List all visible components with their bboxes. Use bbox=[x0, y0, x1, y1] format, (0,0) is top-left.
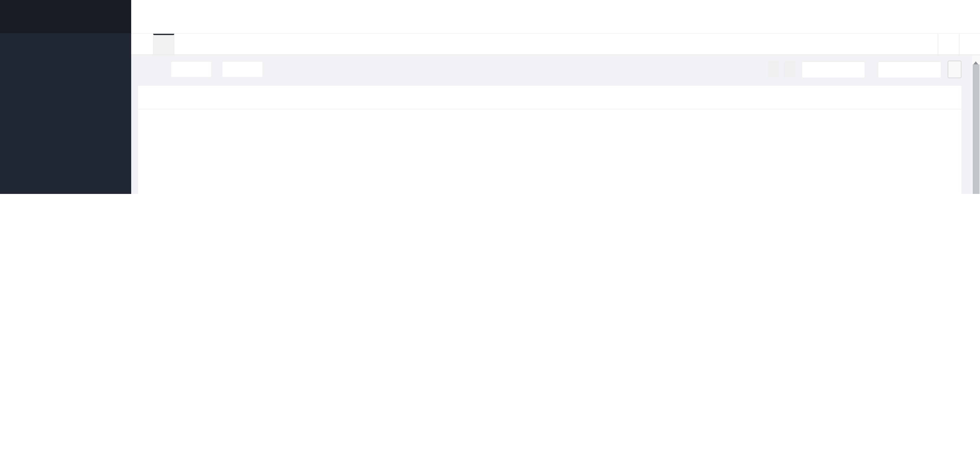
tabs-scroll-left-button[interactable] bbox=[131, 34, 153, 54]
month-stat-button[interactable] bbox=[784, 61, 795, 77]
tabs-menu-button[interactable] bbox=[959, 34, 980, 54]
main-area bbox=[131, 0, 980, 194]
filter-row bbox=[138, 60, 961, 79]
filter-right bbox=[763, 61, 961, 78]
content bbox=[131, 55, 980, 194]
chart-title bbox=[138, 86, 961, 109]
trend-chart-panel bbox=[138, 86, 961, 194]
trend-chart bbox=[138, 109, 961, 194]
range-to-input[interactable] bbox=[878, 61, 942, 78]
week-stat-button[interactable] bbox=[768, 61, 779, 77]
date-from-input[interactable] bbox=[170, 61, 212, 77]
sidebar bbox=[0, 0, 131, 194]
app-logo bbox=[0, 0, 131, 33]
app-window bbox=[0, 0, 980, 194]
tab-home[interactable] bbox=[153, 34, 174, 54]
tabbar-right bbox=[937, 34, 980, 54]
scrollbar-thumb[interactable] bbox=[973, 64, 980, 194]
vertical-scrollbar[interactable] bbox=[972, 56, 980, 194]
date-to-input[interactable] bbox=[222, 61, 263, 77]
topbar bbox=[131, 0, 980, 33]
range-from-input[interactable] bbox=[802, 61, 865, 78]
tabbar bbox=[131, 33, 980, 55]
tabs-scroll-right-button[interactable] bbox=[937, 34, 959, 54]
scrollbar-up-arrow-icon[interactable] bbox=[973, 59, 978, 65]
query-button[interactable] bbox=[948, 61, 961, 78]
